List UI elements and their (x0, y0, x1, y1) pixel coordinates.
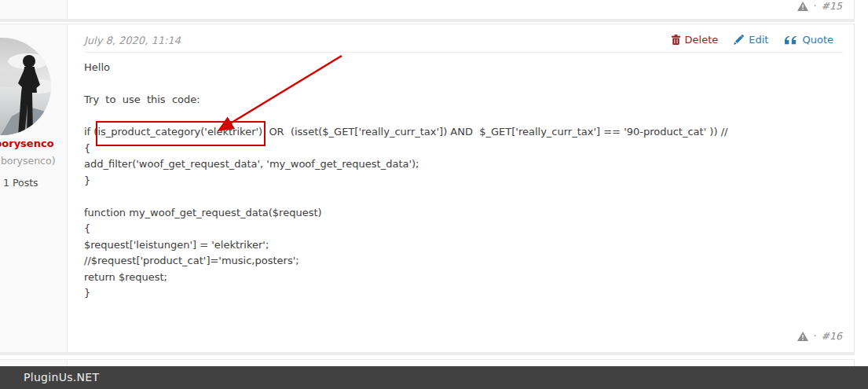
post-body: Hello Try to use this code: if (is_produ… (84, 60, 727, 302)
warning-icon (797, 2, 808, 11)
avatar[interactable] (0, 38, 51, 135)
post-count: 1 Posts (3, 177, 38, 189)
author-sidebar: borysenco (borysenco) 1 Posts (0, 24, 68, 352)
post-separator (0, 19, 855, 22)
pencil-icon (734, 35, 744, 45)
body-line: } (84, 285, 727, 302)
delete-button[interactable]: Delete (672, 34, 719, 46)
body-line: Hello (84, 60, 727, 76)
body-line: return $request; (84, 270, 727, 286)
body-line: //$request['product_cat']='music,posters… (84, 253, 727, 270)
body-line: { (84, 221, 727, 237)
previous-post-meta: · #15 (797, 0, 842, 12)
dot-separator: · (813, 330, 816, 342)
body-line (84, 76, 727, 93)
post-card: borysenco (borysenco) 1 Posts July 8, 20… (0, 24, 855, 352)
body-line: function my_woof_get_request_data($reque… (84, 205, 727, 222)
footer-brand: PluginUs.NET (24, 371, 99, 383)
next-post-row (0, 359, 855, 366)
body-line: { (84, 141, 727, 157)
edit-button[interactable]: Edit (734, 34, 768, 46)
username-link[interactable]: borysenco (0, 138, 54, 149)
delete-label: Delete (685, 34, 719, 46)
username-handle: (borysenco) (0, 155, 56, 167)
previous-post-sidebar (0, 0, 68, 19)
body-line: Try to use this code: (84, 92, 727, 108)
footer-bar: PluginUs.NET (0, 366, 868, 389)
body-line (84, 108, 727, 125)
previous-post-row: · #15 (0, 0, 855, 19)
trash-icon (672, 35, 680, 45)
body-line: add_filter('woof_get_request_data', 'my_… (84, 156, 727, 173)
avatar-image (0, 38, 51, 135)
body-line: $request['leistungen'] = 'elektriker'; (84, 237, 727, 254)
post-date: July 8, 2020, 11:14 (84, 35, 181, 46)
post-actions: Delete Edit Quote (672, 34, 833, 46)
header-divider (84, 52, 843, 53)
body-line (84, 189, 727, 205)
next-post-sidebar (0, 360, 68, 366)
body-line: } (84, 173, 727, 189)
edit-label: Edit (749, 34, 768, 46)
body-line: if (is_product_category('elektriker') OR… (84, 124, 727, 141)
post-number-link[interactable]: #15 (822, 0, 842, 12)
quote-button[interactable]: Quote (784, 34, 833, 46)
post-separator (0, 352, 855, 355)
warning-icon (797, 332, 808, 341)
post-footer-meta: · #16 (797, 330, 842, 342)
quote-icon (784, 35, 797, 45)
quote-label: Quote (802, 34, 833, 46)
dot-separator: · (813, 0, 816, 12)
post-number-link[interactable]: #16 (822, 330, 842, 342)
